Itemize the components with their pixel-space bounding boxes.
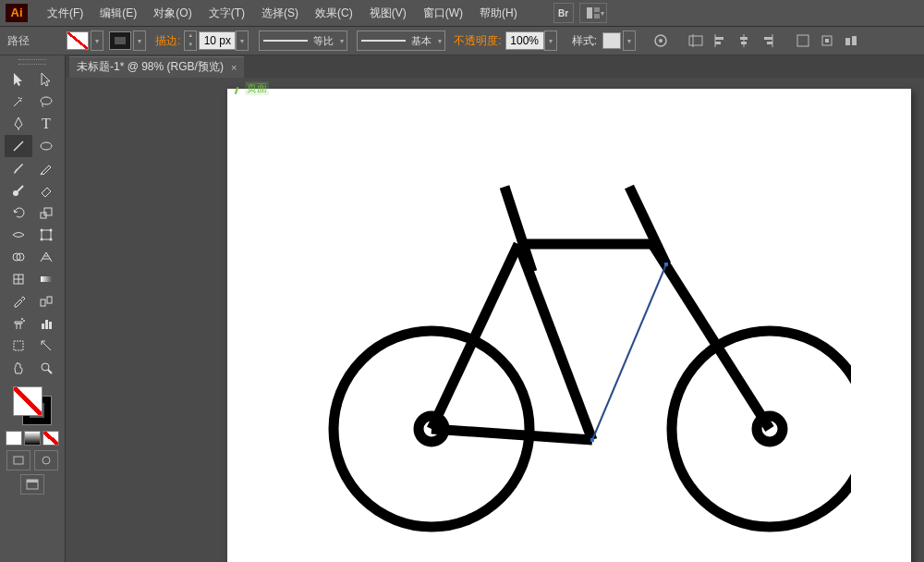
menu-file[interactable]: 文件(F) bbox=[39, 6, 91, 21]
menu-view[interactable]: 视图(V) bbox=[361, 6, 415, 21]
svg-rect-18 bbox=[825, 39, 829, 43]
arrange-docs-button[interactable] bbox=[579, 3, 607, 23]
align-right-button[interactable] bbox=[758, 31, 778, 51]
stroke-swatch[interactable] bbox=[109, 31, 131, 50]
opacity-dropdown[interactable]: ▾ bbox=[544, 31, 557, 51]
svg-point-41 bbox=[23, 320, 25, 322]
stroke-label[interactable]: 描边: bbox=[155, 33, 180, 49]
svg-point-46 bbox=[42, 363, 49, 371]
control-bar: 路径 ▾ ▾ 描边: ▲▼ 10 px ▾ 等比 基本 不透明度: 100% ▾… bbox=[0, 27, 924, 55]
variable-width-profile-dropdown[interactable]: 等比 bbox=[259, 31, 347, 51]
ellipse-tool[interactable] bbox=[32, 135, 60, 157]
shape-builder-tool[interactable] bbox=[5, 246, 32, 268]
svg-rect-11 bbox=[740, 37, 748, 40]
fill-stroke-control[interactable] bbox=[11, 385, 54, 427]
direct-selection-tool[interactable] bbox=[32, 68, 60, 91]
hand-tool[interactable] bbox=[5, 357, 32, 379]
paintbrush-tool[interactable] bbox=[5, 157, 32, 179]
svg-rect-27 bbox=[42, 230, 51, 239]
svg-point-4 bbox=[659, 39, 663, 43]
panel-gripper[interactable] bbox=[18, 59, 46, 65]
eraser-tool[interactable] bbox=[32, 179, 60, 202]
stroke-weight-input[interactable]: 10 px bbox=[199, 31, 236, 50]
column-graph-tool[interactable] bbox=[32, 312, 60, 335]
none-mode-button[interactable] bbox=[43, 431, 59, 446]
magic-wand-tool[interactable] bbox=[5, 91, 32, 113]
svg-rect-44 bbox=[49, 322, 52, 329]
menu-text[interactable]: 文字(T) bbox=[201, 6, 253, 21]
pencil-tool[interactable] bbox=[32, 157, 60, 179]
close-tab-button[interactable]: × bbox=[231, 62, 237, 73]
align-center-button[interactable] bbox=[734, 31, 754, 51]
blob-brush-tool[interactable] bbox=[5, 179, 32, 202]
stroke-weight-dropdown[interactable]: ▾ bbox=[236, 31, 249, 51]
svg-rect-26 bbox=[44, 208, 52, 215]
app-logo: Ai bbox=[6, 4, 28, 22]
transform-panel-button[interactable] bbox=[793, 31, 813, 51]
fill-swatch[interactable] bbox=[67, 31, 89, 50]
canvas[interactable]: 页面 bbox=[66, 78, 924, 562]
menu-edit[interactable]: 编辑(E) bbox=[91, 6, 145, 21]
align-left-button[interactable] bbox=[710, 31, 730, 51]
style-label: 样式: bbox=[572, 33, 597, 49]
zoom-tool[interactable] bbox=[32, 357, 60, 379]
fill-color-box[interactable] bbox=[13, 386, 43, 416]
opacity-input[interactable]: 100% bbox=[505, 31, 544, 50]
menu-effect[interactable]: 效果(C) bbox=[307, 6, 361, 21]
menu-window[interactable]: 窗口(W) bbox=[415, 6, 471, 21]
svg-rect-15 bbox=[767, 42, 772, 44]
gradient-tool[interactable] bbox=[32, 268, 60, 290]
line-tool[interactable] bbox=[5, 135, 32, 157]
svg-line-62 bbox=[629, 187, 666, 264]
menu-select[interactable]: 选择(S) bbox=[253, 6, 307, 21]
brush-definition-dropdown[interactable]: 基本 bbox=[357, 31, 445, 51]
artboard-tool[interactable] bbox=[5, 335, 32, 357]
menu-object[interactable]: 对象(O) bbox=[145, 6, 200, 21]
stroke-weight-spinner[interactable]: ▲▼ bbox=[184, 31, 197, 51]
document-tab[interactable]: 未标题-1* @ 98% (RGB/预览) × bbox=[69, 56, 244, 78]
width-tool[interactable] bbox=[5, 224, 32, 246]
graphic-style-swatch[interactable] bbox=[602, 32, 621, 49]
recolor-artwork-button[interactable] bbox=[650, 31, 671, 51]
mesh-tool[interactable] bbox=[5, 268, 32, 290]
artwork-bicycle[interactable] bbox=[250, 105, 851, 549]
isolate-button[interactable] bbox=[817, 31, 837, 51]
stroke-weight-field[interactable]: ▲▼ 10 px ▾ bbox=[184, 31, 254, 51]
free-transform-tool[interactable] bbox=[32, 224, 60, 246]
svg-rect-51 bbox=[27, 480, 38, 483]
svg-point-28 bbox=[41, 229, 43, 232]
draw-behind-button[interactable] bbox=[34, 450, 58, 470]
svg-point-21 bbox=[41, 97, 52, 104]
opacity-label[interactable]: 不透明度: bbox=[454, 33, 501, 49]
rotate-tool[interactable] bbox=[5, 202, 32, 224]
svg-rect-64 bbox=[590, 438, 594, 442]
screen-mode-button[interactable] bbox=[20, 474, 44, 495]
scale-tool[interactable] bbox=[32, 202, 60, 224]
bridge-button[interactable]: Br bbox=[553, 3, 574, 23]
color-mode-button[interactable] bbox=[6, 431, 22, 446]
lasso-tool[interactable] bbox=[32, 91, 60, 113]
graphic-style-dropdown[interactable]: ▾ bbox=[623, 31, 636, 51]
align-panel-button[interactable] bbox=[686, 31, 706, 51]
document-tab-title: 未标题-1* @ 98% (RGB/预览) bbox=[77, 59, 224, 75]
blend-tool[interactable] bbox=[32, 290, 60, 312]
svg-point-49 bbox=[43, 457, 50, 464]
svg-point-29 bbox=[50, 229, 53, 232]
perspective-grid-tool[interactable] bbox=[32, 246, 60, 268]
pen-tool[interactable] bbox=[5, 113, 32, 135]
stroke-dropdown[interactable]: ▾ bbox=[133, 31, 146, 51]
svg-rect-1 bbox=[594, 7, 600, 12]
svg-rect-8 bbox=[715, 37, 723, 40]
align-group bbox=[684, 31, 780, 51]
menu-help[interactable]: 帮助(H) bbox=[471, 6, 526, 21]
symbol-sprayer-tool[interactable] bbox=[5, 312, 32, 335]
slice-tool[interactable] bbox=[32, 335, 60, 357]
selection-tool[interactable] bbox=[5, 68, 32, 91]
select-similar-button[interactable] bbox=[841, 31, 861, 51]
draw-normal-button[interactable] bbox=[6, 450, 30, 470]
svg-rect-2 bbox=[594, 14, 600, 18]
eyedropper-tool[interactable] bbox=[5, 290, 32, 312]
gradient-mode-button[interactable] bbox=[24, 431, 41, 446]
fill-dropdown[interactable]: ▾ bbox=[91, 31, 103, 51]
type-tool[interactable]: T bbox=[32, 113, 60, 135]
